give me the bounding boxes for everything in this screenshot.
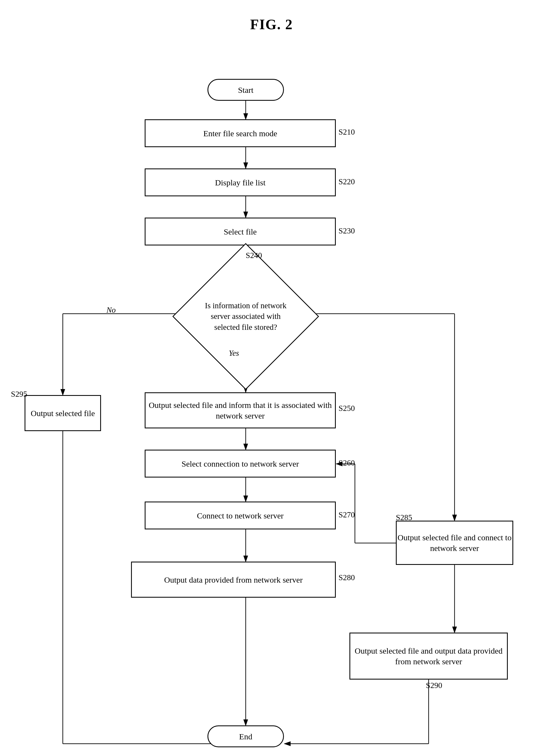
s240-step-label: S240	[246, 251, 262, 260]
s295-step-label: S295	[11, 390, 27, 399]
page-title: FIG. 2	[0, 0, 543, 43]
s270-label: Connect to network server	[197, 510, 283, 521]
s270-shape: Connect to network server	[145, 502, 336, 529]
s295-shape: Output selected file	[25, 395, 101, 431]
s260-shape: Select connection to network server	[145, 450, 336, 478]
end-label: End	[239, 731, 252, 742]
s290-shape: Output selected file and output data pro…	[349, 633, 508, 680]
s260-label: Select connection to network server	[182, 458, 299, 469]
no-label: No	[106, 306, 116, 315]
s210-shape: Enter file search mode	[145, 119, 336, 147]
s220-label: Display file list	[215, 177, 266, 188]
s240-text: Is information of network server associa…	[205, 300, 287, 332]
s285-step-label: S285	[396, 513, 412, 522]
s285-shape: Output selected file and connect to netw…	[396, 521, 513, 565]
s295-label: Output selected file	[31, 408, 95, 419]
s290-label: Output selected file and output data pro…	[350, 645, 507, 667]
start-shape: Start	[207, 79, 284, 101]
s230-label: Select file	[224, 226, 257, 237]
s250-step-label: S250	[339, 404, 355, 413]
s250-label: Output selected file and inform that it …	[146, 400, 335, 421]
s230-shape: Select file	[145, 218, 336, 245]
yes-label: Yes	[229, 349, 239, 358]
s260-step-label: S260	[339, 458, 355, 467]
start-label: Start	[238, 85, 254, 95]
end-shape: End	[207, 725, 284, 747]
s280-label: Output data provided from network server	[164, 574, 302, 585]
s220-shape: Display file list	[145, 168, 336, 196]
s270-step-label: S270	[339, 510, 355, 519]
s230-step-label: S230	[339, 226, 355, 235]
s250-shape: Output selected file and inform that it …	[145, 392, 336, 428]
s210-step-label: S210	[339, 128, 355, 137]
s210-label: Enter file search mode	[203, 128, 277, 139]
s240-diamond-wrapper: Is information of network server associa…	[186, 256, 306, 376]
s280-shape: Output data provided from network server	[131, 562, 336, 598]
s285-label: Output selected file and connect to netw…	[397, 532, 512, 553]
diagram: Start Enter file search mode S210 Displa…	[0, 43, 543, 756]
s290-step-label: S290	[426, 681, 442, 690]
s280-step-label: S280	[339, 573, 355, 582]
s220-step-label: S220	[339, 177, 355, 186]
